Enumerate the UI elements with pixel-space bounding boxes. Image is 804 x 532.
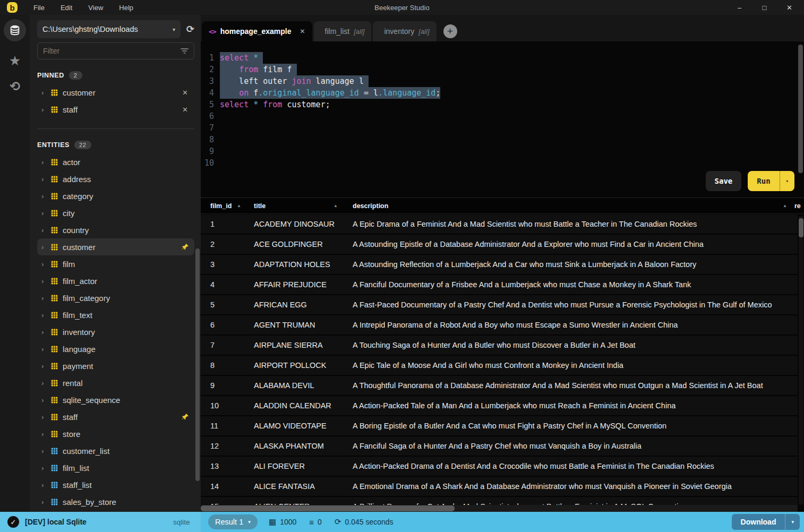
- chevron-expand-icon[interactable]: ›: [41, 193, 46, 200]
- filter-input[interactable]: [43, 47, 181, 55]
- sql-editor[interactable]: 1select * 2 from film f 3 left outer joi…: [201, 41, 804, 198]
- sidebar-item-category[interactable]: ›category: [37, 187, 194, 204]
- sidebar-item-payment[interactable]: ›payment: [37, 357, 194, 374]
- cell-title[interactable]: ALABAMA DEVIL: [254, 381, 353, 390]
- database-selector[interactable]: C:\Users\ghstng\Downloads ▾: [37, 20, 181, 38]
- cell-film-id[interactable]: 6: [201, 321, 254, 329]
- download-button[interactable]: Download ▾: [732, 514, 800, 530]
- code-line[interactable]: on f.original_language_id = l.language_i…: [220, 87, 440, 99]
- table-row[interactable]: 3ADAPTATION HOLESA Astounding Reflection…: [201, 255, 798, 275]
- chevron-expand-icon[interactable]: ›: [41, 482, 46, 488]
- chevron-expand-icon[interactable]: ›: [41, 431, 46, 437]
- cell-film-id[interactable]: 14: [201, 482, 254, 491]
- chevron-expand-icon[interactable]: ›: [41, 295, 46, 302]
- cell-title[interactable]: ADAPTATION HOLES: [254, 260, 353, 269]
- download-options-caret[interactable]: ▾: [785, 514, 800, 530]
- cell-film-id[interactable]: 5: [201, 301, 254, 309]
- chevron-expand-icon[interactable]: ›: [41, 159, 46, 166]
- sidebar-item-store[interactable]: ›store: [37, 425, 194, 442]
- cell-description[interactable]: A Astounding Epistle of a Database Admin…: [353, 240, 798, 248]
- vertical-scrollbar-thumb[interactable]: [799, 218, 803, 237]
- sidebar-item-city[interactable]: ›city: [37, 204, 194, 221]
- cell-description[interactable]: A Action-Packed Drama of a Dentist And a…: [353, 462, 798, 470]
- sidebar-item-actor[interactable]: ›actor: [37, 153, 194, 170]
- sidebar-item-film_actor[interactable]: ›film_actor: [37, 272, 194, 289]
- code-line[interactable]: select * from customer;: [220, 99, 330, 110]
- history-icon[interactable]: ⟲: [10, 80, 20, 93]
- chevron-expand-icon[interactable]: ›: [41, 414, 46, 421]
- pin-icon[interactable]: [182, 243, 189, 251]
- chevron-expand-icon[interactable]: ›: [41, 346, 46, 353]
- cell-film-id[interactable]: 1: [201, 220, 254, 228]
- result-selector[interactable]: Result 1 ▾: [208, 514, 258, 529]
- sidebar-item-sales_by_store[interactable]: ›sales_by_store: [37, 493, 194, 510]
- cell-film-id[interactable]: 7: [201, 341, 254, 349]
- minimize-button[interactable]: –: [727, 4, 752, 12]
- menu-view[interactable]: View: [88, 4, 103, 12]
- table-row[interactable]: 1ACADEMY DINOSAURA Epic Drama of a Femin…: [201, 214, 798, 235]
- cell-title[interactable]: AFFAIR PREJUDICE: [254, 280, 353, 289]
- sidebar-item-sqlite_sequence[interactable]: ›sqlite_sequence: [37, 391, 194, 408]
- cell-film-id[interactable]: 4: [201, 280, 254, 289]
- sidebar-item-staff[interactable]: ›staff✕: [37, 101, 194, 118]
- cell-description[interactable]: A Action-Packed Tale of a Man And a Lumb…: [353, 401, 798, 410]
- cell-title[interactable]: ACADEMY DINOSAUR: [254, 220, 353, 228]
- column-header-partial[interactable]: re: [794, 198, 804, 213]
- refresh-icon[interactable]: ⟳: [186, 23, 194, 35]
- cell-description[interactable]: A Astounding Reflection of a Lumberjack …: [353, 260, 798, 269]
- menu-file[interactable]: File: [33, 4, 45, 12]
- chevron-expand-icon[interactable]: ›: [41, 89, 46, 96]
- column-header-film-id[interactable]: film_id ▲: [201, 198, 254, 213]
- table-row[interactable]: 4AFFAIR PREJUDICEA Fanciful Documentary …: [201, 275, 798, 295]
- cell-title[interactable]: ALASKA PHANTOM: [254, 442, 353, 450]
- tab-inventory[interactable]: inventory [all]: [373, 21, 436, 41]
- cell-title[interactable]: ALICE FANTASIA: [254, 482, 353, 491]
- tab-homepage-example[interactable]: <> homepage_example ✕: [202, 21, 312, 41]
- cell-title[interactable]: ALAMO VIDEOTAPE: [254, 422, 353, 430]
- editor-scrollbar-thumb[interactable]: [798, 45, 803, 173]
- chevron-expand-icon[interactable]: ›: [41, 176, 46, 183]
- table-row[interactable]: 7AIRPLANE SIERRAA Touching Saga of a Hun…: [201, 336, 798, 356]
- cell-film-id[interactable]: 3: [201, 260, 254, 269]
- cell-title[interactable]: AFRICAN EGG: [254, 301, 353, 309]
- cell-film-id[interactable]: 8: [201, 361, 254, 370]
- cell-description[interactable]: A Fast-Paced Documentary of a Pastry Che…: [353, 301, 798, 309]
- table-row[interactable]: 6AGENT TRUMANA Intrepid Panorama of a Ro…: [201, 315, 798, 336]
- chevron-expand-icon[interactable]: ›: [41, 312, 46, 319]
- sidebar-item-film[interactable]: ›film: [37, 255, 194, 272]
- cell-title[interactable]: AIRPLANE SIERRA: [254, 341, 353, 349]
- chevron-expand-icon[interactable]: ›: [41, 278, 46, 285]
- sidebar-item-customer[interactable]: ›customer: [37, 238, 194, 255]
- chevron-expand-icon[interactable]: ›: [41, 363, 46, 370]
- save-button[interactable]: Save: [706, 171, 742, 191]
- chevron-expand-icon[interactable]: ›: [41, 244, 46, 251]
- chevron-expand-icon[interactable]: ›: [41, 210, 46, 217]
- cell-film-id[interactable]: 9: [201, 381, 254, 390]
- sidebar-item-film_list[interactable]: ›film_list: [37, 459, 194, 476]
- sidebar-item-customer[interactable]: ›customer✕: [37, 84, 194, 101]
- favorites-star-icon[interactable]: ★: [9, 54, 21, 67]
- table-row[interactable]: 14ALICE FANTASIAA Emotional Drama of a A…: [201, 477, 798, 497]
- sidebar-scrollbar-thumb[interactable]: [195, 248, 200, 481]
- unpin-close-icon[interactable]: ✕: [180, 89, 190, 97]
- chevron-expand-icon[interactable]: ›: [41, 448, 46, 454]
- cell-description[interactable]: A Epic Drama of a Feminist And a Mad Sci…: [353, 220, 798, 228]
- chevron-expand-icon[interactable]: ›: [41, 227, 46, 234]
- pin-icon[interactable]: [182, 413, 189, 421]
- cell-description[interactable]: A Fanciful Saga of a Hunter And a Pastry…: [353, 442, 798, 450]
- sidebar-item-language[interactable]: ›language: [37, 340, 194, 357]
- table-row[interactable]: 2ACE GOLDFINGERA Astounding Epistle of a…: [201, 235, 798, 255]
- chevron-expand-icon[interactable]: ›: [41, 329, 46, 336]
- close-window-button[interactable]: ✕: [777, 4, 802, 12]
- cell-film-id[interactable]: 13: [201, 462, 254, 470]
- cell-description[interactable]: A Emotional Drama of a A Shark And a Dat…: [353, 482, 798, 491]
- sidebar-item-staff[interactable]: ›staff: [37, 408, 194, 425]
- cell-title[interactable]: ALADDIN CALENDAR: [254, 401, 353, 410]
- code-line[interactable]: from film f: [220, 64, 297, 75]
- sidebar-item-country[interactable]: ›country: [37, 221, 194, 238]
- unpin-close-icon[interactable]: ✕: [180, 106, 190, 114]
- table-row[interactable]: 11ALAMO VIDEOTAPEA Boring Epistle of a B…: [201, 416, 798, 436]
- chevron-expand-icon[interactable]: ›: [41, 106, 46, 113]
- new-tab-button[interactable]: +: [443, 24, 457, 38]
- cell-description[interactable]: A Intrepid Panorama of a Robot And a Boy…: [353, 321, 798, 329]
